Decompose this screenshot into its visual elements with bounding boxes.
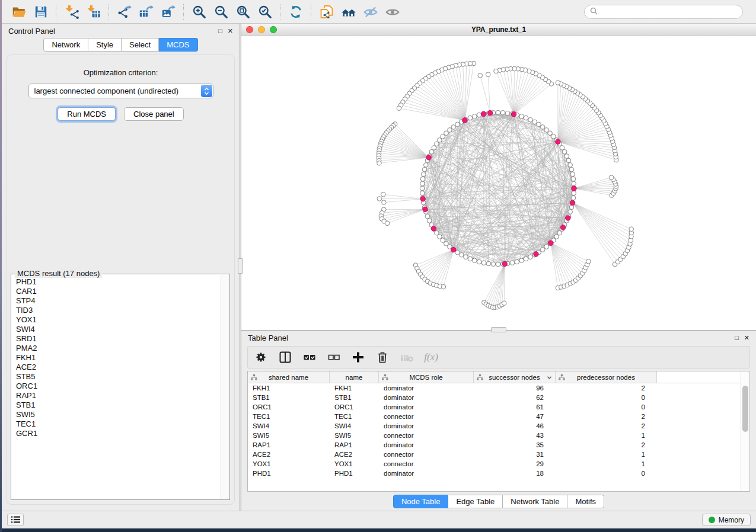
mcds-result-item[interactable]: RAP1 — [16, 391, 220, 400]
mcds-result-item[interactable]: PMA2 — [16, 344, 220, 353]
mcds-result-item[interactable]: CAR1 — [16, 287, 220, 296]
tab-node-table[interactable]: Node Table — [393, 495, 449, 508]
cell-MCDS-role[interactable]: dominator — [379, 384, 474, 392]
cell-predecessor-nodes[interactable]: 2 — [556, 441, 657, 448]
cell-shared-name[interactable]: YOX1 — [248, 460, 330, 467]
table-row[interactable]: ACE2ACE2connector311 — [248, 450, 749, 459]
cell-name[interactable]: STB1 — [330, 394, 379, 401]
column-header-MCDS-role[interactable]: MCDS role — [379, 371, 474, 383]
export-network-button[interactable] — [113, 2, 135, 21]
tab-edge-table[interactable]: Edge Table — [448, 495, 503, 508]
table-scrollbar[interactable] — [741, 371, 749, 491]
cell-name[interactable]: SWI5 — [330, 432, 379, 439]
mcds-result-item[interactable]: YOX1 — [16, 315, 220, 325]
cell-predecessor-nodes[interactable]: 1 — [556, 432, 657, 439]
column-header-shared-name[interactable]: shared name — [248, 371, 330, 383]
table-row[interactable]: RAP1RAP1dominator352 — [248, 440, 749, 450]
cell-successor-nodes[interactable]: 46 — [474, 422, 556, 430]
cell-successor-nodes[interactable]: 35 — [474, 441, 556, 448]
mcds-result-item[interactable]: TID3 — [16, 306, 220, 315]
table-settings-button[interactable] — [254, 350, 268, 364]
mcds-result-item[interactable]: PHD1 — [16, 277, 220, 287]
cell-successor-nodes[interactable]: 31 — [474, 451, 556, 458]
zoom-fit-button[interactable] — [232, 2, 254, 21]
import-network-button[interactable] — [60, 2, 82, 21]
column-header-name[interactable]: name — [330, 371, 379, 383]
export-image-button[interactable] — [157, 2, 179, 21]
save-session-button[interactable] — [30, 2, 52, 21]
cell-successor-nodes[interactable]: 62 — [474, 394, 556, 401]
export-table-button[interactable] — [135, 2, 157, 21]
panel-menu-button[interactable] — [7, 514, 24, 526]
cell-predecessor-nodes[interactable]: 2 — [556, 413, 657, 420]
mcds-result-item[interactable]: STB1 — [16, 400, 220, 410]
toggle-panes-button[interactable] — [278, 350, 292, 364]
cell-shared-name[interactable]: PHD1 — [248, 470, 330, 477]
tab-network[interactable]: Network — [43, 38, 88, 52]
table-scrollbar-thumb[interactable] — [742, 386, 748, 432]
table-row[interactable]: SWI5SWI5connector431 — [248, 431, 749, 440]
cell-name[interactable]: PHD1 — [330, 470, 379, 477]
close-panel-icon[interactable]: ✕ — [228, 28, 233, 34]
cell-predecessor-nodes[interactable]: 2 — [556, 422, 657, 430]
zoom-selected-button[interactable] — [254, 2, 276, 21]
tab-network-table[interactable]: Network Table — [503, 495, 567, 508]
memory-button[interactable]: Memory — [702, 514, 751, 526]
tab-style[interactable]: Style — [88, 38, 122, 52]
cell-predecessor-nodes[interactable]: 2 — [556, 384, 657, 392]
splitter-grip[interactable] — [238, 258, 243, 274]
network-graph[interactable] — [241, 36, 756, 330]
deselect-all-checkboxes-button[interactable] — [327, 350, 341, 364]
cell-shared-name[interactable]: RAP1 — [248, 441, 330, 448]
mcds-result-scrollbar[interactable] — [221, 275, 229, 499]
show-all-button[interactable] — [381, 2, 403, 21]
zoom-out-button[interactable] — [210, 2, 232, 21]
cell-predecessor-nodes[interactable]: 1 — [556, 451, 657, 458]
cell-MCDS-role[interactable]: connector — [379, 460, 474, 467]
open-session-button[interactable] — [8, 2, 30, 21]
cell-successor-nodes[interactable]: 47 — [474, 413, 556, 420]
zoom-in-button[interactable] — [188, 2, 210, 21]
column-header-predecessor-nodes[interactable]: predecessor nodes — [556, 371, 657, 383]
cell-MCDS-role[interactable]: dominator — [379, 394, 474, 401]
cell-name[interactable]: ACE2 — [330, 451, 379, 458]
cell-MCDS-role[interactable]: dominator — [379, 441, 474, 448]
cell-predecessor-nodes[interactable]: 0 — [556, 403, 657, 411]
mcds-result-item[interactable]: STP4 — [16, 296, 220, 306]
first-neighbors-button[interactable] — [337, 2, 359, 21]
cell-shared-name[interactable]: SWI5 — [248, 432, 330, 439]
float-panel-icon[interactable]: □ — [218, 28, 222, 34]
cell-MCDS-role[interactable]: dominator — [379, 422, 474, 430]
select-all-checkboxes-button[interactable] — [302, 350, 317, 364]
network-window-titlebar[interactable]: YPA_prune.txt_1 — [241, 24, 756, 36]
cell-successor-nodes[interactable]: 61 — [474, 403, 556, 411]
tab-select[interactable]: Select — [122, 38, 159, 52]
import-table-button[interactable] — [82, 2, 104, 21]
close-panel-button[interactable]: Close panel — [124, 107, 184, 121]
cell-shared-name[interactable]: ORC1 — [248, 403, 330, 411]
cell-shared-name[interactable]: TEC1 — [248, 413, 330, 420]
table-row[interactable]: ORC1ORC1dominator610 — [248, 402, 749, 412]
table-row[interactable]: FKH1FKH1dominator962 — [248, 383, 749, 393]
network-canvas[interactable] — [241, 36, 756, 330]
cell-successor-nodes[interactable]: 29 — [474, 460, 556, 467]
mcds-result-item[interactable]: ACE2 — [16, 363, 220, 372]
close-table-panel-icon[interactable]: ✕ — [744, 335, 749, 341]
mcds-result-item[interactable]: TEC1 — [16, 419, 220, 429]
table-row[interactable]: YOX1YOX1connector291 — [248, 459, 749, 469]
cell-predecessor-nodes[interactable]: 0 — [556, 470, 657, 477]
delete-columns-button[interactable] — [375, 350, 390, 364]
mcds-result-item[interactable]: GCR1 — [16, 429, 220, 438]
mcds-result-item[interactable]: FKH1 — [16, 353, 220, 363]
search-box[interactable] — [584, 5, 743, 19]
cell-MCDS-role[interactable]: connector — [379, 413, 474, 420]
horizontal-splitter-grip[interactable] — [491, 327, 506, 332]
hide-selected-button[interactable] — [359, 2, 381, 21]
table-row[interactable]: PHD1PHD1dominator180 — [248, 469, 749, 478]
duplicate-network-button[interactable] — [315, 2, 337, 21]
cell-MCDS-role[interactable]: dominator — [379, 403, 474, 411]
float-table-panel-icon[interactable]: □ — [735, 335, 739, 341]
cell-shared-name[interactable]: ACE2 — [248, 451, 330, 458]
table-row[interactable]: SWI4SWI4dominator462 — [248, 421, 749, 431]
refresh-view-button[interactable] — [285, 2, 307, 21]
